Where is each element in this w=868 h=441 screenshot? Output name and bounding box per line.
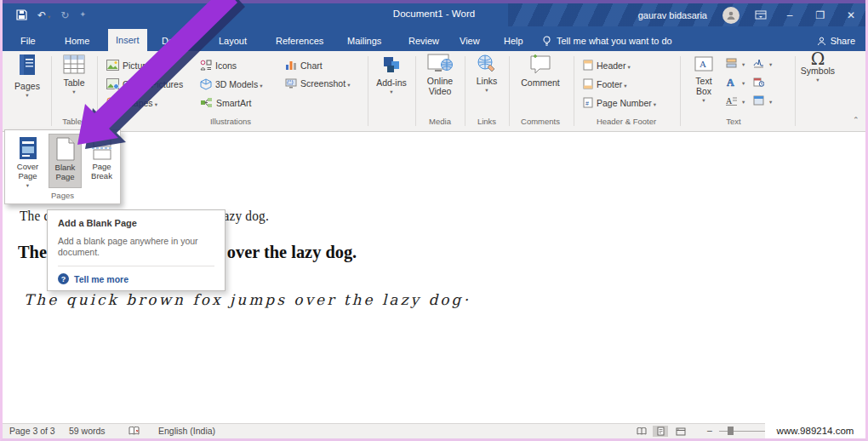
pages-dropdown-button[interactable]: Pages ▾ [8, 54, 47, 98]
pictures-button[interactable]: Pictures [106, 60, 155, 71]
web-layout-button[interactable] [673, 426, 688, 437]
tell-me-label: Tell me what you want to do [557, 36, 672, 46]
dropdown-arrow [768, 58, 772, 68]
blank-page-item[interactable]: Blank Page [49, 134, 82, 188]
online-video-label: Online Video [419, 76, 461, 96]
close-button[interactable]: ✕ [843, 9, 859, 21]
pages-dropdown-panel: Cover Page ▾ Blank Page Page Break Pages [4, 129, 121, 204]
drop-cap-button[interactable]: A [726, 95, 745, 106]
media-group-label: Media [419, 117, 461, 126]
table-button-label: Table [63, 77, 84, 88]
dropdown-arrow [740, 77, 745, 87]
tab-file[interactable]: File [13, 31, 43, 51]
quick-access-toolbar: ↶ ↻ ✦ [16, 3, 86, 26]
tell-me-more-link[interactable]: ? Tell me more [58, 273, 214, 284]
restore-button[interactable]: ❐ [813, 9, 828, 21]
date-time-button[interactable] [753, 77, 764, 87]
language-status[interactable]: English (India) [158, 426, 215, 436]
shapes-icon [106, 97, 119, 108]
text-box-button[interactable]: A Text Box ▾ [687, 54, 721, 103]
drop-cap-icon: A [726, 95, 737, 106]
page-number-icon: # [583, 97, 593, 108]
user-name: gaurav bidasaria [638, 10, 707, 20]
collapse-ribbon-icon[interactable]: ⌃ [853, 116, 859, 124]
svg-text:A: A [700, 59, 706, 69]
tab-insert[interactable]: Insert [108, 29, 147, 51]
tooltip-title: Add a Blank Page [58, 218, 214, 228]
comment-button[interactable]: Comment [515, 54, 566, 88]
read-mode-button[interactable] [634, 426, 649, 437]
svg-text:A: A [727, 77, 734, 87]
zoom-slider-handle[interactable] [728, 427, 734, 435]
page-break-icon [92, 136, 112, 160]
3d-models-button[interactable]: 3D Models [200, 78, 262, 90]
3d-models-label: 3D Models [215, 79, 262, 89]
group-separator [465, 56, 465, 126]
document-line-script[interactable]: The quick brown fox jumps over the lazy … [24, 291, 471, 308]
links-button[interactable]: Links ▾ [469, 54, 505, 93]
tab-design[interactable]: Design [154, 31, 198, 51]
tell-me-box[interactable]: Tell me what you want to do [542, 31, 672, 51]
quick-parts-button[interactable] [726, 58, 745, 68]
user-avatar[interactable] [722, 7, 740, 24]
group-separator [415, 56, 416, 126]
signature-line-button[interactable] [753, 58, 772, 68]
screenshot-icon [285, 78, 297, 89]
ribbon-display-options-icon[interactable] [755, 10, 767, 20]
status-bar: Page 3 of 3 59 words English (India) – [3, 423, 865, 438]
3d-models-icon [200, 78, 212, 90]
page-number-button[interactable]: # Page Number [583, 97, 656, 108]
chart-button[interactable]: Chart [285, 60, 323, 71]
page-break-item[interactable]: Page Break [84, 134, 119, 188]
table-button[interactable]: Table ▾ [55, 54, 93, 94]
wordart-button[interactable]: A [726, 77, 745, 87]
tab-mailings[interactable]: Mailings [340, 31, 389, 51]
group-separator [97, 56, 98, 126]
group-separator [574, 56, 574, 126]
tell-me-more-label: Tell me more [74, 274, 128, 284]
smartart-label: SmartArt [216, 98, 251, 108]
tab-review[interactable]: Review [401, 31, 447, 51]
add-ins-button[interactable]: Add-ins ▾ [372, 54, 411, 94]
online-pictures-button[interactable]: Online Pictures [106, 78, 183, 89]
shapes-button[interactable]: Shapes [106, 97, 157, 108]
online-pictures-label: Online Pictures [123, 79, 183, 89]
online-pictures-icon [106, 78, 119, 89]
proofing-icon[interactable] [128, 427, 140, 436]
pictures-label: Pictures [123, 60, 155, 71]
tab-layout[interactable]: Layout [211, 31, 254, 51]
page-break-label: Page Break [84, 163, 119, 180]
zoom-out-button[interactable]: – [707, 425, 712, 435]
redo-icon[interactable]: ↻ [60, 10, 69, 20]
symbols-button[interactable]: Ω Symbols ▾ [799, 54, 837, 83]
dropdown-arrow-icon: ▾ [26, 183, 29, 188]
minimize-button[interactable]: – [782, 9, 797, 21]
chart-label: Chart [300, 60, 323, 71]
links-label: Links [477, 76, 498, 86]
cover-page-item[interactable]: Cover Page ▾ [9, 134, 46, 188]
smartart-button[interactable]: SmartArt [200, 97, 251, 108]
header-button[interactable]: Header [583, 60, 631, 71]
dropdown-arrow-icon: ▾ [72, 89, 75, 94]
page-number-label: Page Number [597, 98, 656, 108]
header-footer-group-label: Header & Footer [578, 117, 675, 126]
undo-icon[interactable]: ↶ [37, 10, 50, 20]
tab-home[interactable]: Home [57, 31, 97, 51]
tab-view[interactable]: View [452, 31, 488, 51]
screenshot-button[interactable]: Screenshot [285, 78, 350, 89]
save-icon[interactable] [16, 9, 27, 20]
print-layout-button[interactable] [653, 426, 668, 437]
tab-references[interactable]: References [268, 31, 331, 51]
touch-mode-icon[interactable]: ✦ [79, 11, 86, 19]
tab-help[interactable]: Help [496, 31, 531, 51]
object-button[interactable] [753, 95, 772, 106]
text-group-label: Text [687, 117, 780, 126]
word-count[interactable]: 59 words [69, 426, 106, 436]
page-info[interactable]: Page 3 of 3 [9, 426, 55, 436]
footer-button[interactable]: Footer [583, 78, 627, 89]
ribbon: Pages ▾ Table ▾ Tables Pictures Online P… [3, 51, 865, 132]
icons-button[interactable]: Icons [200, 60, 237, 71]
footer-label: Footer [597, 79, 627, 89]
online-video-button[interactable]: Online Video [419, 54, 461, 96]
group-separator [509, 56, 510, 126]
